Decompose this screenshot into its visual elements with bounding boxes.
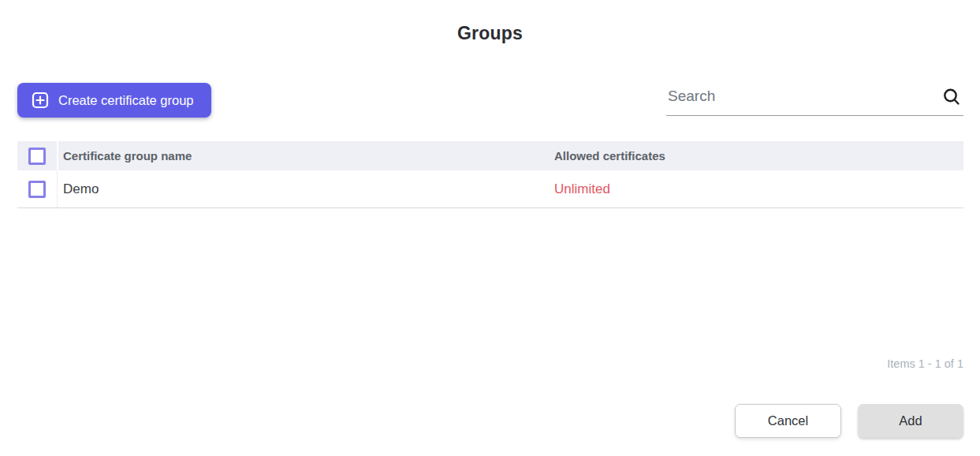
pagination-summary: Items 1 - 1 of 1 [887,357,963,370]
row-checkbox[interactable] [28,181,46,198]
page-title: Groups [0,23,980,44]
search-field [666,82,963,116]
add-button[interactable]: Add [858,404,963,438]
search-icon [941,87,962,107]
search-input[interactable] [666,88,941,110]
header-checkbox-cell [17,141,57,170]
search-button[interactable] [941,87,963,110]
row-checkbox-cell [17,170,57,207]
select-all-checkbox[interactable] [28,148,46,165]
cancel-button[interactable]: Cancel [735,404,841,438]
table-header-row: Certificate group name Allowed certifica… [17,141,963,170]
group-name-value: Demo [58,181,99,196]
allowed-certificates-value: Unlimited [550,181,610,196]
create-certificate-group-button[interactable]: Create certificate group [17,83,211,118]
groups-dialog: Groups Create certificate group [0,0,980,456]
table-row[interactable]: Demo Unlimited [17,170,963,208]
cell-allowed-certificates: Unlimited [550,181,963,197]
column-header-label: Allowed certificates [550,149,665,163]
header-cell-group-name: Certificate group name [58,141,550,170]
column-divider [57,170,58,207]
certificate-groups-table: Certificate group name Allowed certifica… [17,141,963,208]
cell-group-name: Demo [58,181,550,197]
plus-square-icon [32,92,49,109]
header-cell-allowed-certificates: Allowed certificates [550,141,963,170]
create-certificate-group-label: Create certificate group [58,93,194,108]
column-header-label: Certificate group name [58,149,192,163]
